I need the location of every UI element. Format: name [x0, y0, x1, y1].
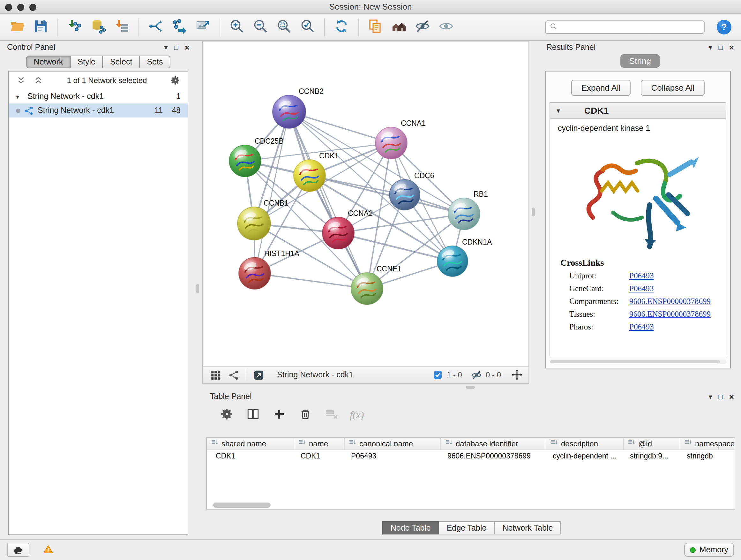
- plus-button[interactable]: [271, 408, 286, 423]
- selected-checkbox-icon[interactable]: [433, 370, 443, 380]
- panel-menu-icon[interactable]: ▾: [709, 393, 712, 400]
- collapse-all-networks-button[interactable]: [15, 74, 27, 87]
- memory-button[interactable]: Memory: [684, 543, 734, 557]
- tab-sets[interactable]: Sets: [140, 56, 171, 68]
- help-button[interactable]: ?: [716, 19, 732, 36]
- grid-x-button[interactable]: [324, 408, 339, 423]
- network-node-ccnb2[interactable]: CCNB2: [273, 87, 324, 128]
- panel-menu-icon[interactable]: ▾: [709, 44, 712, 51]
- column-header-name[interactable]: name: [294, 438, 345, 449]
- network-node-hist1h1a[interactable]: HIST1H1A: [239, 249, 300, 289]
- column-header-database-identifier[interactable]: database identifier: [441, 438, 546, 449]
- crosslink-value-link[interactable]: P06493: [629, 271, 654, 281]
- birds-eye-view-icon[interactable]: [252, 368, 265, 381]
- tab-network-table[interactable]: Network Table: [495, 521, 561, 535]
- grid-view-icon[interactable]: [209, 368, 221, 381]
- network-edge[interactable]: [289, 112, 367, 289]
- cloud-button[interactable]: [7, 543, 29, 557]
- expand-all-networks-button[interactable]: [32, 74, 45, 87]
- table-row[interactable]: CDK1CDK1P064939606.ENSP00000378699cyclin…: [207, 450, 735, 462]
- network-row-selected[interactable]: String Network - cdk1 11 48: [9, 104, 188, 118]
- import-network-file-button[interactable]: [65, 17, 84, 37]
- network-options-gear-icon[interactable]: [169, 74, 182, 87]
- pan-move-icon[interactable]: [511, 369, 523, 381]
- tree-expander-icon[interactable]: ▾: [16, 93, 23, 100]
- network-canvas[interactable]: CCNB2CCNA1CDC25BCDK1CDC6RB1CCNB1CCNA2CDK…: [202, 41, 529, 367]
- network-graph[interactable]: CCNB2CCNA1CDC25BCDK1CDC6RB1CCNB1CCNA2CDK…: [203, 42, 529, 366]
- import-table-button[interactable]: [112, 17, 131, 37]
- refresh-button[interactable]: [332, 17, 351, 37]
- zoom-in-icon: [229, 18, 245, 36]
- network-overview-icon[interactable]: [227, 368, 240, 381]
- share-network-button[interactable]: [146, 17, 165, 37]
- function-builder-icon[interactable]: f(x): [350, 409, 364, 421]
- collapse-all-button[interactable]: Collapse All: [641, 80, 705, 96]
- zoom-in-button[interactable]: [227, 17, 246, 37]
- gear-button[interactable]: [219, 408, 234, 423]
- close-panel-icon[interactable]: ×: [185, 43, 190, 51]
- hide-selected-button[interactable]: [413, 17, 432, 37]
- panel-menu-icon[interactable]: ▾: [164, 44, 167, 51]
- column-header-namespace[interactable]: namespace: [680, 438, 735, 449]
- results-panel-title: Results Panel: [546, 43, 596, 52]
- show-all-button[interactable]: [436, 17, 456, 37]
- trash-button[interactable]: [297, 408, 313, 423]
- crosslink-value-link[interactable]: 9606.ENSP00000378699: [629, 297, 711, 307]
- table-toolbar: f(x): [202, 403, 741, 423]
- search-input[interactable]: [560, 23, 700, 32]
- network-collection-row[interactable]: ▾ String Network - cdk1 1: [9, 89, 188, 104]
- bottom-splitter-handle[interactable]: [466, 386, 475, 389]
- column-header-description[interactable]: description: [546, 438, 623, 449]
- right-splitter-handle[interactable]: [532, 207, 535, 216]
- network-node-ccnb1[interactable]: CCNB1: [238, 199, 288, 240]
- network-node-rb1[interactable]: RB1: [448, 190, 488, 230]
- table-horizontal-scrollbar[interactable]: [208, 503, 733, 508]
- export-network-button[interactable]: [170, 17, 189, 37]
- expand-all-button[interactable]: Expand All: [571, 80, 631, 96]
- crosslink-value-link[interactable]: P06493: [629, 322, 654, 332]
- open-folder-button[interactable]: [8, 17, 27, 37]
- zoom-fit-button[interactable]: [274, 17, 293, 37]
- results-horizontal-scrollbar[interactable]: [549, 360, 726, 364]
- network-node-ccna1[interactable]: CCNA1: [375, 119, 426, 159]
- zoom-out-button[interactable]: [251, 17, 270, 37]
- string-results-tab[interactable]: String: [620, 54, 660, 68]
- network-edge[interactable]: [255, 273, 367, 289]
- float-panel-icon[interactable]: □: [719, 44, 723, 51]
- crosslink-value-link[interactable]: P06493: [629, 284, 654, 294]
- network-node-cdk1[interactable]: CDK1: [293, 152, 339, 192]
- tab-node-table[interactable]: Node Table: [382, 521, 439, 535]
- zoom-selected-button[interactable]: [298, 17, 317, 37]
- collection-count: 1: [176, 92, 181, 101]
- tab-style[interactable]: Style: [71, 56, 103, 68]
- zoom-out-icon: [253, 18, 268, 36]
- hidden-eye-icon[interactable]: [471, 369, 482, 380]
- close-panel-icon[interactable]: ×: [729, 392, 734, 401]
- section-collapse-icon[interactable]: ▾: [556, 107, 560, 114]
- warning-button[interactable]: [38, 543, 59, 557]
- save-button[interactable]: [31, 17, 51, 37]
- columns-button[interactable]: [245, 408, 260, 423]
- float-panel-icon[interactable]: □: [719, 393, 723, 400]
- column-header-shared-name[interactable]: shared name: [207, 438, 294, 449]
- node-count: 11: [154, 106, 163, 115]
- main-toolbar: ?: [0, 14, 741, 41]
- import-network-db-button[interactable]: [89, 17, 108, 37]
- left-splitter-handle[interactable]: [196, 284, 199, 293]
- crosslink-value-link[interactable]: 9606.ENSP00000378699: [629, 310, 711, 319]
- tab-select[interactable]: Select: [103, 56, 140, 68]
- column-header-canonical-name[interactable]: canonical name: [345, 438, 441, 449]
- tab-network[interactable]: Network: [26, 56, 71, 68]
- export-image-button[interactable]: [193, 17, 212, 37]
- network-node-cdkn1a[interactable]: CDKN1A: [437, 238, 492, 276]
- tab-edge-table[interactable]: Edge Table: [439, 521, 495, 535]
- float-panel-icon[interactable]: □: [174, 44, 179, 51]
- control-panel-tabs: NetworkStyleSelectSets: [0, 56, 197, 68]
- protein-section-header[interactable]: ▾ CDK1: [550, 103, 726, 119]
- column-header--id[interactable]: @id: [623, 438, 680, 449]
- first-neighbors-button[interactable]: [389, 17, 408, 37]
- copy-document-button[interactable]: [366, 17, 385, 37]
- close-panel-icon[interactable]: ×: [729, 43, 734, 51]
- export-image-icon: [195, 18, 211, 36]
- search-box[interactable]: [545, 20, 704, 34]
